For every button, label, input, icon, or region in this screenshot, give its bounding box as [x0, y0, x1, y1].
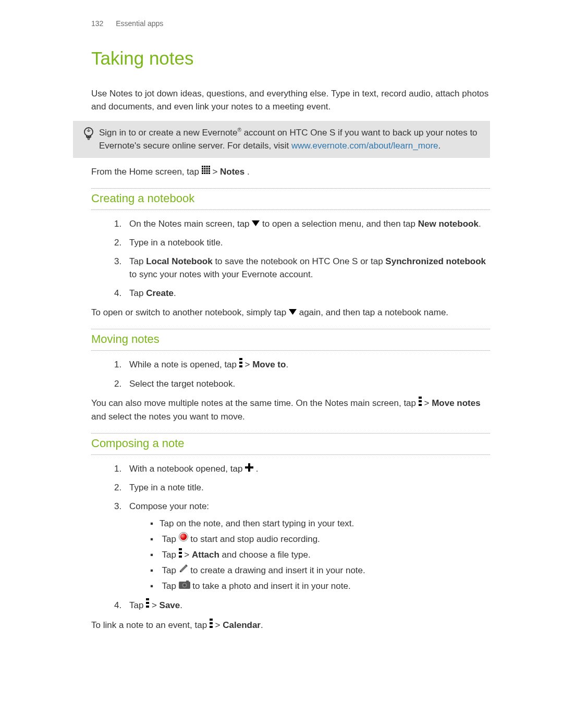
bullet-text: and choose a file type. — [219, 550, 311, 560]
step-text: . — [256, 464, 259, 474]
step-bold: Save — [160, 600, 180, 610]
overflow-menu-icon — [146, 598, 149, 612]
after-text: > — [424, 398, 432, 408]
pencil-icon — [179, 564, 188, 577]
svg-marker-20 — [289, 309, 297, 315]
svg-rect-46 — [210, 626, 213, 628]
step-text: to sync your notes with your Evernote ac… — [129, 269, 313, 279]
step-text: Tap — [129, 600, 143, 610]
svg-rect-17 — [206, 172, 207, 174]
svg-rect-8 — [204, 168, 205, 170]
after-text: To open or switch to another notebook, s… — [91, 307, 289, 317]
page-number: 132 — [91, 19, 103, 28]
step-text: Tap — [129, 256, 146, 266]
svg-rect-31 — [179, 548, 182, 550]
svg-rect-43 — [146, 606, 149, 608]
step-text: With a notebook opened, tap — [129, 464, 245, 474]
step-text: > — [244, 360, 252, 369]
svg-rect-6 — [209, 166, 210, 167]
svg-rect-24 — [419, 397, 422, 399]
svg-rect-26 — [419, 404, 422, 406]
svg-rect-11 — [202, 170, 203, 172]
overflow-menu-icon — [210, 619, 213, 632]
bullet-text: > — [184, 550, 192, 560]
tip-box: Sign in to or create a new Evernote® acc… — [73, 121, 490, 158]
step-text: to save the notebook on HTC One S or tap — [213, 256, 386, 266]
after-text: and select the notes you want to move. — [91, 412, 245, 422]
step-bold: New notebook — [418, 219, 479, 229]
after-text: You can also move multiple notes at the … — [91, 398, 419, 408]
section-heading-creating: Creating a notebook — [91, 190, 490, 207]
home-instruction: From the Home screen, tap > Notes . — [91, 165, 490, 179]
step-text: > — [152, 600, 160, 610]
list-item: Tap > Save. — [124, 599, 490, 612]
home-notes: Notes — [220, 167, 244, 177]
section-heading-composing: Composing a note — [91, 435, 490, 452]
svg-marker-19 — [252, 220, 260, 226]
step-text: . — [180, 600, 182, 610]
after-text: . — [261, 620, 263, 630]
overflow-menu-icon — [239, 358, 242, 372]
svg-marker-34 — [180, 565, 187, 572]
svg-rect-28 — [245, 466, 253, 468]
section-divider: Creating a notebook — [91, 188, 490, 210]
moving-after: You can also move multiple notes at the … — [91, 397, 490, 424]
evernote-link[interactable]: www.evernote.com/about/learn_more — [291, 141, 438, 151]
section-divider: Composing a note — [91, 433, 490, 455]
bullet-text: to create a drawing and insert it in you… — [190, 565, 365, 575]
step-text: Tap — [129, 288, 146, 298]
tip-part1: Sign in to or create a new Evernote — [99, 128, 238, 138]
tip-text: Sign in to or create a new Evernote® acc… — [99, 126, 482, 153]
overflow-menu-icon — [419, 397, 422, 410]
list-item: Select the target notebook. — [124, 377, 490, 391]
header-section: Essential apps — [116, 19, 163, 28]
svg-rect-5 — [206, 166, 207, 167]
svg-rect-25 — [419, 400, 422, 402]
after-bold: Move notes — [432, 398, 481, 408]
home-pre: From the Home screen, tap — [91, 167, 202, 177]
svg-rect-16 — [204, 172, 205, 174]
svg-rect-4 — [204, 166, 205, 167]
creating-after: To open or switch to another notebook, s… — [91, 306, 490, 319]
bullet-text: Tap — [162, 581, 178, 591]
bullet-text: Tap — [162, 565, 178, 575]
svg-rect-10 — [209, 168, 210, 170]
composing-after: To link a note to an event, tap > Calend… — [91, 619, 490, 632]
after-text: again, and then tap a notebook name. — [299, 307, 448, 317]
list-item: Tap Create. — [124, 287, 490, 300]
step-text: . — [286, 360, 288, 369]
home-mid: > — [212, 167, 220, 177]
list-item: Type in a notebook title. — [124, 236, 490, 250]
page-header: 132 Essential apps — [91, 18, 490, 29]
list-item: Type in a note title. — [124, 481, 490, 495]
list-item: Tap to start and stop audio recording. — [150, 533, 490, 546]
list-item: Tap to create a drawing and insert it in… — [150, 564, 490, 577]
section-divider: Moving notes — [91, 329, 490, 351]
svg-rect-42 — [146, 602, 149, 604]
registered-mark: ® — [238, 127, 241, 133]
moving-steps: While a note is opened, tap > Move to. S… — [114, 358, 490, 390]
svg-point-40 — [183, 584, 186, 587]
apps-grid-icon — [202, 165, 210, 178]
lightbulb-icon — [83, 127, 94, 152]
page-title: Taking notes — [91, 45, 490, 72]
tip-part3: . — [438, 141, 441, 151]
step-bold: Synchronized notebook — [385, 256, 486, 266]
intro-paragraph: Use Notes to jot down ideas, questions, … — [91, 87, 490, 114]
svg-rect-7 — [202, 168, 203, 170]
svg-rect-22 — [239, 362, 242, 364]
after-text: > — [215, 620, 223, 630]
creating-steps: On the Notes main screen, tap to open a … — [114, 217, 490, 300]
step-text: to open a selection menu, and then tap — [262, 219, 418, 229]
record-icon — [179, 532, 188, 546]
step-text: . — [479, 219, 481, 229]
step-bold: Move to — [252, 360, 286, 369]
bullet-text: Tap — [162, 534, 178, 544]
svg-point-30 — [180, 534, 187, 540]
svg-rect-33 — [179, 556, 182, 558]
list-item: Tap on the note, and then start typing i… — [150, 517, 490, 530]
bullet-text: Tap — [162, 550, 178, 560]
svg-rect-38 — [186, 581, 189, 582]
after-bold: Calendar — [223, 620, 261, 630]
step-bold: Local Notebook — [146, 256, 213, 266]
